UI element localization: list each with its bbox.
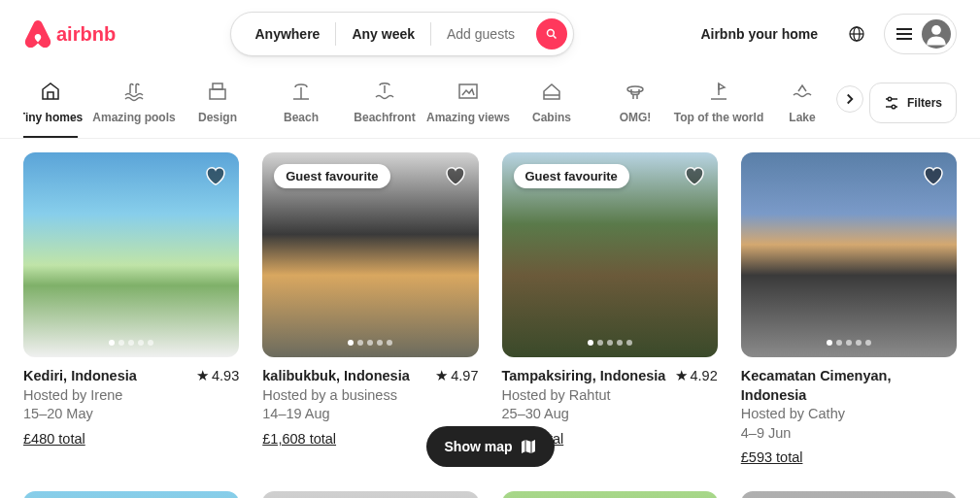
header: airbnb Anywhere Any week Add guests Airb… [0, 0, 980, 68]
search-when[interactable]: Any week [336, 22, 430, 46]
category-tiny-homes[interactable]: Tiny homes [23, 80, 78, 138]
category-scroll[interactable]: Tiny homesAmazing poolsDesignBeachBeachf… [23, 80, 842, 138]
listing-host: Hosted by Rahtut [502, 386, 718, 406]
category-amazing-views[interactable]: Amazing views [441, 80, 495, 138]
globe-icon [849, 26, 864, 42]
category-label: Amazing views [426, 111, 510, 124]
category-label: Beachfront [354, 111, 415, 124]
category-label: Lake [789, 111, 815, 124]
filters-button[interactable]: Filters [869, 83, 957, 123]
listing-card[interactable] [741, 491, 957, 498]
guest-favourite-badge: Guest favourite [274, 164, 389, 188]
listing-location: Kediri, Indonesia [23, 367, 137, 386]
wishlist-button[interactable] [922, 164, 945, 187]
listing-host: Hosted by Cathy [741, 405, 957, 424]
svg-line-1 [554, 36, 557, 39]
category-design[interactable]: Design [190, 80, 245, 138]
svg-point-0 [548, 30, 555, 37]
wishlist-button[interactable] [683, 164, 706, 187]
listing-location: Kecamatan Cimenyan, Indonesia [741, 367, 957, 405]
design-icon [206, 80, 229, 103]
category-beach[interactable]: Beach [274, 80, 328, 138]
brand-text: airbnb [56, 23, 116, 46]
show-map-label: Show map [444, 439, 512, 454]
svg-point-14 [888, 97, 892, 101]
beach-icon [289, 80, 313, 103]
svg-point-16 [892, 105, 896, 109]
category-top-of-world[interactable]: Top of the world [692, 80, 746, 138]
amazing-views-icon [456, 80, 480, 103]
top-of-world-icon [707, 80, 730, 103]
search-who[interactable]: Add guests [431, 22, 530, 46]
category-omg[interactable]: OMG! [608, 80, 662, 138]
category-cabins[interactable]: Cabins [524, 80, 579, 138]
map-icon [521, 439, 536, 454]
category-label: Design [198, 111, 237, 124]
category-beachfront[interactable]: Beachfront [357, 80, 412, 138]
wishlist-button[interactable] [204, 164, 227, 187]
category-label: Top of the world [674, 111, 763, 124]
listing-card[interactable]: Guest favourite [23, 491, 239, 498]
chevron-right-icon [844, 93, 856, 105]
listing-image[interactable]: Guest favourite [502, 152, 718, 357]
tiny-homes-icon [39, 80, 62, 103]
airbnb-logo-icon [23, 18, 52, 50]
carousel-dots [109, 340, 153, 346]
listing-host: Hosted by Irene [23, 386, 239, 406]
star-icon: ★ [675, 367, 688, 386]
logo[interactable]: airbnb [23, 18, 116, 50]
heart-icon [922, 164, 945, 187]
listing-card[interactable] [502, 491, 718, 498]
carousel-dots [588, 340, 632, 346]
cabins-icon [540, 80, 563, 103]
listing-dates: 15–20 May [23, 405, 239, 424]
category-label: Tiny homes [23, 111, 83, 124]
omg-icon [624, 80, 647, 103]
filters-icon [884, 95, 899, 111]
listing-card[interactable]: Guest favourite kalibukbuk, Indonesia★4.… [262, 152, 478, 468]
star-icon: ★ [196, 367, 209, 386]
wishlist-button[interactable] [444, 164, 467, 187]
profile-menu-button[interactable] [884, 14, 957, 54]
lake-icon [791, 80, 814, 103]
listing-info: Kediri, Indonesia★4.93 Hosted by Irene 1… [23, 357, 239, 448]
listing-image[interactable] [741, 152, 957, 357]
carousel-dots [348, 340, 392, 346]
category-amazing-pools[interactable]: Amazing pools [107, 80, 161, 138]
guest-favourite-badge: Guest favourite [514, 164, 629, 188]
listing-price: £480 total [23, 430, 239, 449]
listing-image[interactable] [741, 491, 957, 498]
hamburger-icon [896, 33, 912, 35]
person-icon [924, 21, 949, 47]
svg-point-10 [627, 86, 643, 92]
listing-image[interactable]: Guest favourite [23, 491, 239, 498]
search-where[interactable]: Anywhere [239, 22, 335, 46]
header-right: Airbnb your home [689, 14, 957, 54]
listing-image[interactable] [262, 491, 478, 498]
listing-price: £593 total [741, 448, 957, 468]
language-button[interactable] [837, 15, 876, 53]
svg-rect-6 [210, 89, 225, 99]
listing-card[interactable]: Kediri, Indonesia★4.93 Hosted by Irene 1… [23, 152, 239, 468]
rating: ★4.97 [435, 367, 478, 386]
listing-image[interactable] [502, 491, 718, 498]
rating: ★4.92 [675, 367, 718, 386]
listing-image[interactable]: Guest favourite [262, 152, 478, 357]
listing-dates: 14–19 Aug [262, 405, 478, 424]
listing-location: kalibukbuk, Indonesia [262, 367, 409, 386]
category-label: Beach [284, 111, 319, 124]
search-button[interactable] [536, 18, 567, 50]
host-link[interactable]: Airbnb your home [689, 15, 829, 53]
category-lake[interactable]: Lake [775, 80, 829, 138]
listing-card[interactable]: Guest favourite Tampaksiring, Indonesia★… [502, 152, 718, 468]
listing-image[interactable] [23, 152, 239, 357]
category-label: Amazing pools [92, 111, 175, 124]
listing-card[interactable]: Kecamatan Cimenyan, Indonesia Hosted by … [741, 152, 957, 468]
category-next-button[interactable] [836, 85, 863, 113]
listing-card[interactable] [262, 491, 478, 498]
show-map-button[interactable]: Show map [425, 426, 554, 467]
star-icon: ★ [435, 367, 448, 386]
rating: ★4.93 [196, 367, 239, 386]
search-pill[interactable]: Anywhere Any week Add guests [230, 12, 574, 56]
listing-host: Hosted by a business [262, 386, 478, 406]
